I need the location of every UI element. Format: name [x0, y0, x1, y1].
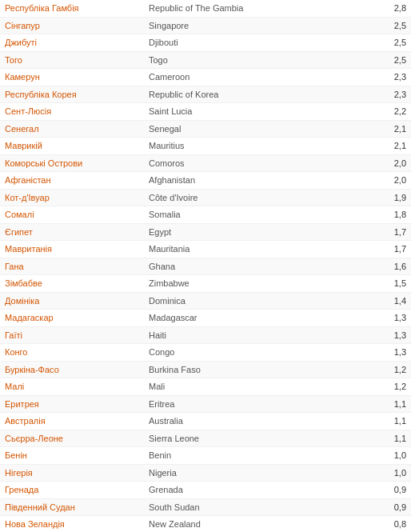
col-value: 1,7	[378, 242, 406, 256]
col-value: 2,5	[378, 19, 406, 33]
col-value: 1,1	[378, 432, 406, 446]
col-english: Togo	[149, 54, 378, 67]
col-value: 2,8	[378, 2, 406, 15]
col-ukrainian: Маврикій	[5, 139, 149, 153]
col-english: Afghanistan	[149, 174, 378, 187]
table-row: Нова Зеландія New Zealand 0,8	[0, 516, 411, 532]
table-row: Мавританія Mauritania 1,7	[0, 241, 411, 258]
col-english: New Zealand	[149, 518, 378, 531]
table-row: Республіка Гамбія Republic of The Gambia…	[0, 0, 411, 18]
col-english: Republic of The Gambia	[149, 2, 378, 15]
col-ukrainian: Малі	[5, 380, 149, 394]
col-ukrainian: Еритрея	[5, 398, 149, 411]
col-ukrainian: Єгипет	[5, 226, 149, 239]
table-row: Кот-д'Івуар Côte d'Ivoire 1,9	[0, 190, 411, 207]
col-ukrainian: Коморські Острови	[5, 157, 149, 170]
col-english: Saint Lucia	[149, 105, 378, 118]
col-english: Somalia	[149, 208, 378, 222]
col-english: Grenada	[149, 483, 378, 497]
table-row: Південний Судан South Sudan 0,9	[0, 499, 411, 517]
col-value: 1,3	[378, 329, 406, 342]
col-english: Dominica	[149, 294, 378, 308]
table-row: Того Togo 2,5	[0, 52, 411, 70]
table-row: Бенін Benin 1,0	[0, 447, 411, 465]
col-english: Sierra Leone	[149, 432, 378, 446]
col-value: 1,9	[378, 191, 406, 205]
col-english: Nigeria	[149, 466, 378, 480]
country-table: Республіка Гамбія Republic of The Gambia…	[0, 0, 411, 532]
col-value: 1,0	[378, 449, 406, 462]
table-row: Коморські Острови Comoros 2,0	[0, 155, 411, 173]
col-value: 1,1	[378, 398, 406, 411]
col-ukrainian: Того	[5, 54, 149, 67]
col-ukrainian: Південний Судан	[5, 501, 149, 514]
col-value: 0,9	[378, 501, 406, 514]
table-row: Зімбабве Zimbabwe 1,5	[0, 275, 411, 293]
col-english: Congo	[149, 346, 378, 359]
col-value: 1,5	[378, 277, 406, 290]
col-ukrainian: Гаїті	[5, 329, 149, 342]
col-english: Australia	[149, 414, 378, 428]
table-row: Сенегал Senegal 2,1	[0, 121, 411, 138]
col-english: Egypt	[149, 226, 378, 239]
table-row: Сьєрра-Леоне Sierra Leone 1,1	[0, 430, 411, 448]
col-english: Benin	[149, 449, 378, 462]
col-english: Zimbabwe	[149, 277, 378, 290]
col-ukrainian: Конго	[5, 346, 149, 359]
col-value: 1,3	[378, 346, 406, 359]
table-row: Єгипет Egypt 1,7	[0, 224, 411, 242]
col-value: 1,2	[378, 363, 406, 377]
col-ukrainian: Нова Зеландія	[5, 518, 149, 531]
col-value: 1,4	[378, 294, 406, 308]
col-ukrainian: Домініка	[5, 294, 149, 308]
col-value: 1,6	[378, 260, 406, 274]
col-english: Eritrea	[149, 398, 378, 411]
col-value: 2,0	[378, 157, 406, 170]
col-ukrainian: Республіка Гамбія	[5, 2, 149, 15]
col-value: 2,5	[378, 54, 406, 67]
table-row: Буркіна-Фасо Burkina Faso 1,2	[0, 362, 411, 379]
table-row: Гана Ghana 1,6	[0, 258, 411, 276]
table-row: Джибуті Djibouti 2,5	[0, 34, 411, 52]
col-value: 0,8	[378, 518, 406, 531]
col-english: Mauritius	[149, 139, 378, 153]
col-english: Singapore	[149, 19, 378, 33]
table-row: Афганістан Afghanistan 2,0	[0, 172, 411, 190]
col-ukrainian: Камерун	[5, 70, 149, 84]
table-row: Республіка Корея Republic of Korea 2,3	[0, 86, 411, 104]
col-english: Republic of Korea	[149, 88, 378, 102]
col-ukrainian: Буркіна-Фасо	[5, 363, 149, 377]
table-row: Мадагаскар Madagascar 1,3	[0, 310, 411, 327]
col-ukrainian: Республіка Корея	[5, 88, 149, 102]
col-ukrainian: Афганістан	[5, 174, 149, 187]
table-row: Еритрея Eritrea 1,1	[0, 396, 411, 414]
table-row: Малі Mali 1,2	[0, 378, 411, 396]
col-value: 1,7	[378, 226, 406, 239]
table-row: Домініка Dominica 1,4	[0, 293, 411, 310]
col-value: 1,2	[378, 380, 406, 394]
col-english: Haiti	[149, 329, 378, 342]
col-ukrainian: Сьєрра-Леоне	[5, 432, 149, 446]
col-value: 1,3	[378, 311, 406, 325]
table-row: Австралія Australia 1,1	[0, 413, 411, 430]
table-row: Гренада Grenada 0,9	[0, 482, 411, 499]
table-row: Камерун Cameroon 2,3	[0, 69, 411, 86]
col-english: Côte d'Ivoire	[149, 191, 378, 205]
table-row: Маврикій Mauritius 2,1	[0, 138, 411, 155]
col-ukrainian: Кот-д'Івуар	[5, 191, 149, 205]
col-ukrainian: Бенін	[5, 449, 149, 462]
col-english: Djibouti	[149, 36, 378, 50]
col-english: Cameroon	[149, 70, 378, 84]
col-english: South Sudan	[149, 501, 378, 514]
table-row: Нігерія Nigeria 1,0	[0, 465, 411, 482]
col-value: 2,2	[378, 105, 406, 118]
col-english: Senegal	[149, 122, 378, 136]
col-english: Mauritania	[149, 242, 378, 256]
table-row: Сомалі Somalia 1,8	[0, 206, 411, 224]
col-english: Burkina Faso	[149, 363, 378, 377]
col-ukrainian: Австралія	[5, 414, 149, 428]
col-ukrainian: Сенегал	[5, 122, 149, 136]
col-value: 2,1	[378, 139, 406, 153]
table-row: Конго Congo 1,3	[0, 344, 411, 362]
col-english: Ghana	[149, 260, 378, 274]
